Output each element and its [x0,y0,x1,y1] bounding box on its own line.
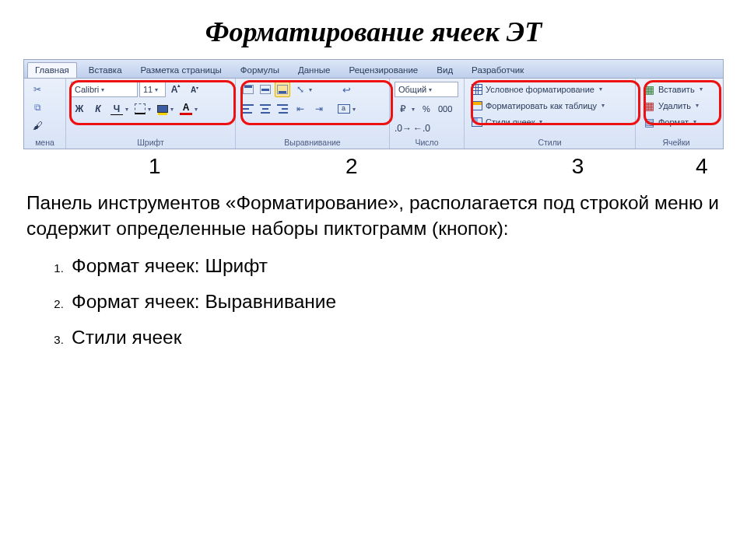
items-list: Формат ячеек: Шрифт Формат ячеек: Выравн… [67,255,724,348]
description-paragraph: Панель инструментов «Форматирование», ра… [26,190,721,241]
callout-1: 1 [133,154,177,179]
increase-indent-icon [313,103,325,115]
insert-icon [643,83,655,96]
delete-icon [643,100,655,112]
tab-insert[interactable]: Вставка [82,63,129,78]
tab-review[interactable]: Рецензирование [342,63,425,78]
increase-decimal-icon: .0→ [397,122,409,135]
decrease-font-icon [188,83,201,96]
group-number-label: Число [395,138,459,148]
decrease-decimal-icon: ←.0 [416,122,428,135]
font-size-combo[interactable]: 11 [139,82,166,97]
brush-icon [31,119,44,131]
align-center-icon [260,104,271,114]
align-left-icon [243,104,254,114]
group-cells: Вставить Удалить Формат Ячейки [636,79,717,149]
merge-icon [338,104,350,114]
orientation-icon [294,83,307,96]
tab-home[interactable]: Главная [27,62,77,78]
callout-numbers: 1 2 3 4 [23,154,724,179]
ribbon-tabs: Главная Вставка Разметка страницы Формул… [24,60,723,79]
conditional-formatting-button[interactable]: Условное форматирование [469,82,630,96]
italic-icon [92,103,104,115]
align-top-button[interactable] [240,82,256,97]
align-right-button[interactable] [275,101,290,117]
callout-2: 2 [330,154,374,179]
group-alignment-label: Выравнивание [240,138,384,148]
wrap-text-button[interactable] [335,82,358,97]
insert-cells-button[interactable]: Вставить [640,82,712,96]
callout-4: 4 [680,154,724,179]
format-as-table-icon [472,101,482,110]
decrease-indent-button[interactable] [292,101,309,117]
align-middle-icon [260,85,271,94]
orientation-button[interactable] [292,82,314,97]
group-font-label: Шрифт [71,138,230,148]
increase-indent-button[interactable] [310,101,328,117]
tab-data[interactable]: Данные [291,63,338,78]
group-number: Общий ₽ % 000 .0→ ←.0 Число [390,79,465,149]
tab-page-layout[interactable]: Разметка страницы [134,63,229,78]
callout-3: 3 [556,154,599,179]
wrap-text-icon [341,83,353,96]
currency-button[interactable]: ₽ [395,101,417,117]
underline-button[interactable] [108,101,131,117]
increase-decimal-button[interactable]: .0→ [395,121,412,136]
copy-button[interactable] [29,100,46,115]
delete-cells-button[interactable]: Удалить [640,98,712,113]
align-right-icon [277,104,288,114]
scissors-icon [31,83,44,96]
fill-icon [157,105,168,113]
group-font: Calibri 11 Шрифт [66,79,236,149]
list-item: Формат ячеек: Выравнивание [67,291,724,313]
underline-icon [110,103,123,115]
decrease-decimal-button[interactable]: ←.0 [413,121,430,136]
tab-formulas[interactable]: Формулы [233,63,286,78]
list-item: Формат ячеек: Шрифт [67,255,724,277]
cell-styles-icon [472,117,482,127]
decrease-indent-icon [294,103,307,115]
currency-icon: ₽ [397,103,409,115]
list-item: Стили ячеек [67,327,724,348]
merge-center-button[interactable] [335,101,358,117]
group-clipboard-label: мена [29,138,61,148]
bold-icon [73,103,86,115]
format-painter-button[interactable] [29,117,46,133]
align-top-icon [243,85,254,94]
group-alignment: Выравнивание [236,79,390,149]
border-icon [135,103,146,114]
italic-button[interactable] [89,101,107,117]
shrink-font-button[interactable] [186,82,203,97]
bold-button[interactable] [71,101,88,117]
tab-developer[interactable]: Разработчик [465,63,531,78]
font-name-combo[interactable]: Calibri [71,82,138,97]
format-icon [643,116,655,128]
align-bottom-button[interactable] [275,82,290,97]
group-styles: Условное форматирование Форматировать ка… [465,79,636,149]
fill-color-button[interactable] [155,101,176,117]
align-bottom-icon [277,85,288,94]
grow-font-button[interactable] [167,82,184,97]
copy-icon [31,101,44,114]
align-center-button[interactable] [258,101,273,117]
border-button[interactable] [132,101,153,117]
tab-view[interactable]: Вид [430,63,460,78]
excel-ribbon: Главная Вставка Разметка страницы Формул… [23,59,724,149]
format-as-table-button[interactable]: Форматировать как таблицу [469,98,630,113]
slide-title: Форматирование ячеек ЭТ [23,16,724,48]
font-color-button[interactable] [177,101,200,117]
thousands-button[interactable]: 000 [436,101,454,117]
font-color-icon [180,103,192,115]
group-clipboard: мена [24,79,66,149]
group-styles-label: Стили [469,138,630,148]
percent-button[interactable]: % [419,101,434,117]
group-cells-label: Ячейки [640,138,712,148]
format-cells-button[interactable]: Формат [640,114,712,129]
cell-styles-button[interactable]: Стили ячеек [469,114,630,129]
align-middle-button[interactable] [258,82,273,97]
cut-button[interactable] [29,82,46,97]
number-format-combo[interactable]: Общий [395,82,458,97]
align-left-button[interactable] [240,101,256,117]
conditional-formatting-icon [472,84,482,95]
increase-font-icon [170,83,182,96]
